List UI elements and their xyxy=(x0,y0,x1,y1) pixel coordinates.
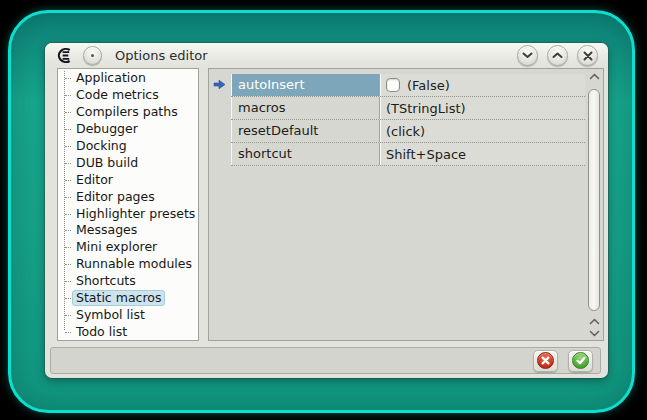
property-value-cell[interactable]: (click) xyxy=(379,120,585,142)
category-shortcuts[interactable]: Shortcuts xyxy=(58,273,198,290)
titlebar[interactable]: Options editor xyxy=(45,43,608,68)
close-button[interactable] xyxy=(577,45,598,66)
category-symbol-list[interactable]: Symbol list xyxy=(58,306,198,323)
chevron-down-icon xyxy=(589,330,600,337)
category-mini-explorer[interactable]: Mini explorer xyxy=(58,239,198,256)
cancel-button[interactable] xyxy=(533,350,558,372)
category-runnable-modules[interactable]: Runnable modules xyxy=(58,256,198,273)
coedit-logo-icon xyxy=(55,47,74,64)
scrollbar-thumb[interactable] xyxy=(588,89,600,311)
window-menu-button[interactable] xyxy=(83,46,102,65)
accept-button[interactable] xyxy=(568,350,593,372)
scroll-up-button-secondary[interactable] xyxy=(585,318,603,325)
bottom-button-bar xyxy=(50,347,601,374)
property-name: resetDefault xyxy=(231,120,379,142)
selected-row-arrow-icon xyxy=(213,79,226,90)
property-value: (TStringList) xyxy=(386,101,466,116)
property-value: (False) xyxy=(407,78,450,93)
options-editor-dialog: Options editor xyxy=(45,43,608,378)
category-list: Application Code metrics Compilers paths… xyxy=(57,68,199,341)
category-tree: Application Code metrics Compilers paths… xyxy=(58,69,198,340)
property-value-cell[interactable]: (TStringList) xyxy=(379,97,585,119)
property-name: shortcut xyxy=(231,143,379,165)
category-editor-pages[interactable]: Editor pages xyxy=(58,188,198,205)
grid-scrollbar[interactable] xyxy=(585,69,603,340)
property-value-cell[interactable]: (False) xyxy=(379,74,585,96)
chevron-up-icon xyxy=(589,73,600,80)
property-row-macros[interactable]: macros (TStringList) xyxy=(231,97,585,120)
property-row-resetdefault[interactable]: resetDefault (click) xyxy=(231,120,585,143)
category-todo-list[interactable]: Todo list xyxy=(58,323,198,340)
menu-dot-icon xyxy=(91,54,94,57)
category-highlighter-presets[interactable]: Highlighter presets xyxy=(58,205,198,222)
property-name: autoInsert xyxy=(231,74,379,96)
category-application[interactable]: Application xyxy=(58,70,198,87)
accept-check-icon xyxy=(572,352,589,369)
category-debugger[interactable]: Debugger xyxy=(58,121,198,138)
property-value: Shift+Space xyxy=(386,147,466,162)
property-row-shortcut[interactable]: shortcut Shift+Space xyxy=(231,143,585,166)
autoinsert-checkbox[interactable] xyxy=(386,78,400,92)
scroll-down-button[interactable] xyxy=(585,330,603,337)
category-dub-build[interactable]: DUB build xyxy=(58,154,198,171)
chevron-down-icon xyxy=(522,52,533,59)
window-frame: Options editor xyxy=(8,10,635,413)
close-icon xyxy=(583,51,593,61)
category-docking[interactable]: Docking xyxy=(58,138,198,155)
category-compilers-paths[interactable]: Compilers paths xyxy=(58,104,198,121)
property-name: macros xyxy=(231,97,379,119)
chevron-up-icon xyxy=(552,52,563,59)
minimize-button[interactable] xyxy=(517,45,538,66)
cancel-x-icon xyxy=(537,352,554,369)
property-rows: autoInsert (False) macros (TStringList) … xyxy=(231,69,585,166)
property-value-cell[interactable]: Shift+Space xyxy=(379,143,585,165)
property-row-autoinsert[interactable]: autoInsert (False) xyxy=(231,74,585,97)
category-static-macros[interactable]: Static macros xyxy=(58,290,198,307)
category-code-metrics[interactable]: Code metrics xyxy=(58,87,198,104)
scroll-up-button[interactable] xyxy=(585,73,603,80)
maximize-button[interactable] xyxy=(547,45,568,66)
window-title: Options editor xyxy=(115,48,208,63)
property-grid: autoInsert (False) macros (TStringList) … xyxy=(208,68,604,341)
category-editor[interactable]: Editor xyxy=(58,171,198,188)
window-controls xyxy=(517,45,598,66)
property-value: (click) xyxy=(386,124,425,139)
chevron-up-icon xyxy=(589,318,600,325)
category-messages[interactable]: Messages xyxy=(58,222,198,239)
